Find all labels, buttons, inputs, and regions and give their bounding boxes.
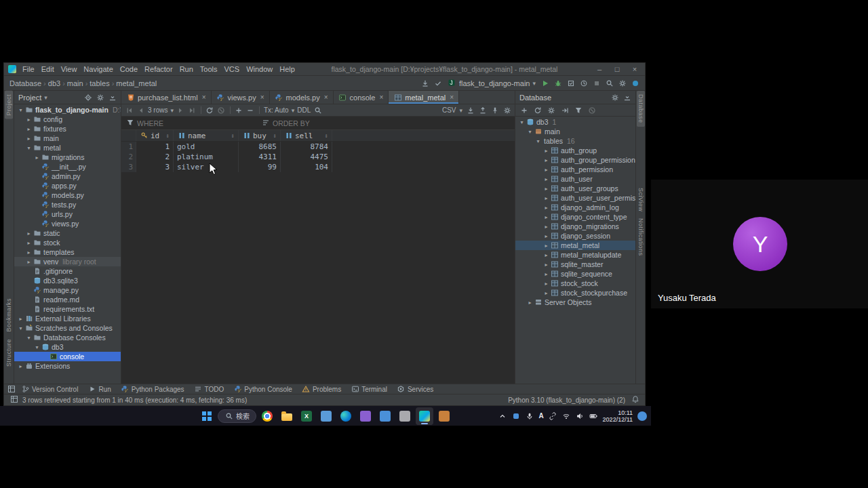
tree-expand-icon[interactable]: ▸ (25, 117, 33, 123)
breadcrumb-db3[interactable]: db3 (48, 79, 60, 87)
tree-expand-icon[interactable]: ▸ (542, 224, 550, 230)
cell-buy[interactable]: 4311 (239, 152, 281, 162)
ime-mode-indicator[interactable]: A (538, 412, 543, 420)
tree-collapse-icon[interactable]: ▾ (518, 119, 526, 125)
project-item-fixtures[interactable]: ▸fixtures (14, 124, 121, 134)
menu-vcs[interactable]: VCS (221, 65, 243, 73)
cell-buy[interactable]: 8685 (239, 142, 281, 152)
tree-expand-icon[interactable]: ▸ (542, 157, 550, 163)
tree-collapse-icon[interactable]: ▾ (25, 145, 33, 151)
volume-icon[interactable] (576, 412, 585, 420)
project-item-readme-md[interactable]: readme.md (14, 295, 121, 304)
notification-icon[interactable] (637, 411, 647, 421)
maximize-button[interactable]: □ (608, 65, 626, 73)
project-item-views-py[interactable]: views.py (14, 219, 121, 228)
project-item-requirements-txt[interactable]: requirements.txt (14, 304, 121, 314)
project-item-migrations[interactable]: ▸migrations (14, 152, 121, 162)
tree-expand-icon[interactable]: ▸ (33, 155, 41, 161)
project-item-stock[interactable]: ▸stock (14, 238, 121, 247)
cell-sell[interactable]: 104 (281, 162, 332, 172)
database-item-auth-group[interactable]: ▸auth_group (515, 146, 635, 155)
project-item-database-consoles[interactable]: ▾Database Consoles (14, 333, 121, 342)
tool-stripe-notifications[interactable]: Notifications (637, 215, 645, 260)
start-button[interactable] (198, 407, 216, 425)
breadcrumb-metal-metal[interactable]: metal_metal (116, 79, 157, 87)
tool-window-python-console[interactable]: Python Console (229, 384, 296, 394)
taskbar-app-photos[interactable] (376, 407, 394, 425)
goto-icon[interactable] (560, 106, 569, 115)
tool-window-services[interactable]: Services (393, 384, 437, 394)
order-by-filter-input[interactable]: ORDER BY (257, 117, 314, 129)
tab-close-icon[interactable]: × (202, 94, 206, 101)
notifications-bell-icon[interactable] (631, 395, 639, 403)
breadcrumb-database[interactable]: Database (9, 79, 41, 87)
locate-icon[interactable] (83, 94, 92, 102)
taskbar-app-app-purple[interactable] (357, 407, 374, 425)
add-row-icon[interactable] (235, 106, 243, 115)
database-item-metal-metalupdate[interactable]: ▸metal_metalupdate (515, 250, 635, 260)
database-item-auth-user[interactable]: ▸auth_user (515, 174, 635, 184)
tool-stripe-project[interactable]: Project (5, 91, 13, 119)
project-item-tests-py[interactable]: tests.py (14, 200, 121, 209)
tree-collapse-icon[interactable]: ▾ (33, 344, 41, 350)
tree-expand-icon[interactable]: ▸ (25, 249, 33, 256)
tray-mic-icon[interactable] (525, 412, 534, 420)
taskbar-app-app-blue[interactable] (317, 407, 335, 425)
project-item-extensions[interactable]: ▸Extensions (14, 361, 121, 371)
where-filter-input[interactable]: WHERE (121, 117, 257, 129)
cancel-icon[interactable] (587, 106, 596, 115)
menu-navigate[interactable]: Navigate (80, 65, 116, 73)
project-item-scratches-and-consoles[interactable]: ▾Scratches and Consoles (14, 323, 121, 333)
breadcrumb-tables[interactable]: tables (90, 79, 109, 87)
sort-icon[interactable]: ↕ (166, 132, 170, 139)
run-icon[interactable] (540, 79, 549, 87)
column-header-id[interactable]: id↕ (136, 130, 174, 141)
tool-window-python-packages[interactable]: Python Packages (117, 384, 189, 394)
cell-name[interactable]: silver (174, 162, 239, 172)
database-panel-title[interactable]: Database (519, 94, 551, 102)
last-page-icon[interactable] (188, 106, 197, 115)
export-format-select[interactable]: CSV (442, 106, 456, 114)
project-item-venv[interactable]: ▸venvlibrary root (14, 257, 121, 266)
gear-icon[interactable] (610, 94, 619, 102)
reload-data-icon[interactable] (205, 106, 214, 115)
tree-expand-icon[interactable]: ▸ (25, 240, 33, 246)
table-row-gold[interactable]: 11gold86858784 (121, 142, 515, 152)
project-item-manage-py[interactable]: manage.py (14, 285, 121, 295)
tray-app-icon[interactable] (511, 412, 520, 420)
database-item-auth-user-groups[interactable]: ▸auth_user_groups (515, 184, 635, 193)
taskbar-app-pycharm[interactable] (416, 407, 433, 425)
project-item-external-libraries[interactable]: ▸External Libraries (14, 314, 121, 323)
python-interpreter-widget[interactable]: Python 3.10 (flask_to_django-main) (2) (508, 396, 625, 404)
tree-expand-icon[interactable]: ▸ (25, 126, 33, 132)
coverage-icon[interactable] (566, 79, 575, 87)
project-item-templates[interactable]: ▸templates (14, 247, 121, 257)
project-item-gitignore[interactable]: .gitignore (14, 266, 121, 276)
taskbar-app-edge[interactable] (337, 407, 355, 425)
menu-window[interactable]: Window (243, 65, 276, 73)
tray-link-icon[interactable] (549, 412, 557, 420)
database-item-auth-group-permissions[interactable]: ▸auth_group_permissions (515, 155, 635, 165)
tree-expand-icon[interactable]: ▸ (526, 300, 534, 306)
debug-icon[interactable] (553, 79, 562, 87)
tree-expand-icon[interactable]: ▸ (542, 214, 550, 220)
first-page-icon[interactable] (125, 106, 134, 115)
menu-edit[interactable]: Edit (38, 65, 58, 73)
tree-expand-icon[interactable]: ▸ (542, 186, 550, 192)
vcs-update-icon[interactable] (421, 79, 430, 87)
tool-window-problems[interactable]: Problems (298, 384, 345, 394)
editor-tab-purchase-list-html[interactable]: purchase_list.html× (121, 91, 212, 104)
database-item-stock-stockpurchase[interactable]: ▸stock_stockpurchase (515, 288, 635, 298)
taskbar-app-app-gray[interactable] (396, 407, 414, 425)
taskbar-app-excel[interactable]: X (298, 407, 315, 425)
refresh-icon[interactable] (533, 106, 542, 115)
database-item-django-session[interactable]: ▸django_session (515, 231, 635, 241)
menu-help[interactable]: Help (276, 65, 298, 73)
editor-tab-metal-metal[interactable]: metal_metal× (389, 91, 459, 104)
table-row-platinum[interactable]: 22platinum43114475 (121, 152, 515, 162)
project-item-models-py[interactable]: models.py (14, 190, 121, 200)
search-everywhere-icon[interactable] (605, 79, 614, 87)
run-configuration-select[interactable]: flask_to_django-main ▾ (448, 79, 536, 88)
project-panel-title[interactable]: Project (18, 94, 41, 102)
menu-view[interactable]: View (58, 65, 81, 73)
